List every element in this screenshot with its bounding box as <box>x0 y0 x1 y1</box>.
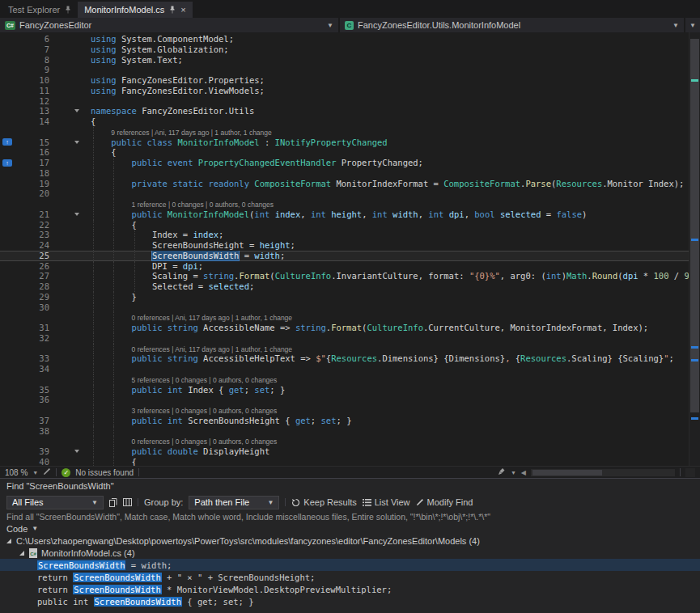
codelens-text[interactable]: 0 references | Ani, 117 days ago | 1 aut… <box>91 345 292 354</box>
project-dropdown[interactable]: C# FancyZonesEditor ▼ <box>0 18 338 32</box>
codelens-text[interactable]: 5 references | 0 changes | 0 authors, 0 … <box>91 375 277 385</box>
code-line[interactable]: 26DPI = dpi; <box>0 261 689 272</box>
horizontal-scrollbar[interactable] <box>531 469 675 476</box>
tab-test-explorer[interactable]: Test Explorer <box>2 2 78 18</box>
code-line[interactable]: 24ScreenBoundsHeight = height; <box>0 240 689 251</box>
scrollbar-thumb[interactable] <box>690 39 699 412</box>
code-line[interactable]: 35public int Index { get; set; } <box>0 385 689 395</box>
find-panel-header[interactable]: Find "ScreenBoundsWidth" <box>0 479 700 493</box>
files-filter-dropdown[interactable]: All Files ▼ <box>6 496 104 509</box>
code-line[interactable]: 33public string AccessibleHelpText => $"… <box>0 353 689 364</box>
collapse-chevron-icon[interactable] <box>74 109 79 112</box>
code-line[interactable]: 10using FancyZonesEditor.Properties; <box>0 75 689 86</box>
search-result-row[interactable]: public int ScreenBoundsWidth { get; set;… <box>0 595 700 607</box>
expander-icon[interactable] <box>6 539 11 543</box>
zoom-control[interactable]: 108 % <box>5 468 28 477</box>
collapse-chevron-icon[interactable] <box>74 141 79 144</box>
group-by-dropdown[interactable]: Path then File ▼ <box>189 496 279 509</box>
code-line[interactable]: 11using FancyZonesEditor.ViewModels; <box>0 86 689 96</box>
code-line[interactable]: 7using System.Globalization; <box>0 44 689 55</box>
code-line[interactable]: 9 <box>0 65 689 75</box>
modify-find-button[interactable]: Modify Find <box>416 497 473 507</box>
code-line[interactable]: 21public MonitorInfoModel(int index, int… <box>0 209 689 220</box>
code-line[interactable]: ↑15public class MonitorInfoModel : INoti… <box>0 137 689 148</box>
group-by-label: Group by: <box>144 497 183 507</box>
list-view-button[interactable]: List View <box>363 497 410 507</box>
code-line[interactable]: 8using System.Text; <box>0 55 689 66</box>
scrollbar-thumb[interactable] <box>532 470 602 476</box>
search-result-row[interactable]: return ScreenBoundsWidth + " × " + Scree… <box>0 571 700 583</box>
codelens-row[interactable]: 5 references | 0 changes | 0 authors, 0 … <box>0 374 689 385</box>
search-result-file-row[interactable]: C#MonitorInfoModel.cs (4) <box>0 547 700 559</box>
keep-results-button[interactable]: Keep Results <box>291 497 356 507</box>
pin-icon[interactable] <box>65 6 71 14</box>
expander-icon[interactable] <box>19 551 24 556</box>
code-filter-dropdown[interactable]: Code ▼ <box>0 522 700 535</box>
code-line[interactable]: 6using System.ComponentModel; <box>0 34 689 44</box>
scroll-left-icon[interactable]: ◀ <box>521 469 526 476</box>
code-line[interactable]: ↑17public event PropertyChangedEventHand… <box>0 158 689 168</box>
code-line[interactable]: 22{ <box>0 220 689 230</box>
codelens-text[interactable]: 0 references | Ani, 117 days ago | 1 aut… <box>91 313 292 323</box>
outline-margin <box>53 168 91 179</box>
collapse-chevron-icon[interactable] <box>74 450 79 453</box>
code-line[interactable]: 12 <box>0 96 689 107</box>
outline-margin <box>53 188 91 199</box>
glyph-margin <box>0 353 15 364</box>
member-dropdown[interactable]: ▼ <box>685 18 700 32</box>
codelens-row[interactable]: 3 references | 0 changes | 0 authors, 0 … <box>0 405 689 416</box>
close-icon[interactable]: × <box>180 6 185 15</box>
collapse-chevron-icon[interactable] <box>74 213 79 216</box>
codelens-text[interactable]: 9 references | Ani, 117 days ago | 1 aut… <box>91 128 272 137</box>
chevron-down-icon[interactable]: ▼ <box>511 470 516 476</box>
codelens-text[interactable]: 1 reference | 0 changes | 0 authors, 0 c… <box>91 200 274 209</box>
code-line[interactable]: 16{ <box>0 147 689 158</box>
document-health-indicator[interactable]: No issues found <box>75 468 134 477</box>
codelens-row[interactable]: 0 references | Ani, 117 days ago | 1 aut… <box>0 344 689 354</box>
code-line[interactable]: 25ScreenBoundsWidth = width; <box>0 251 689 261</box>
codelens-text[interactable]: 3 references | 0 changes | 0 authors, 0 … <box>91 406 277 416</box>
code-line[interactable]: 14{ <box>0 116 689 127</box>
search-result-path-row[interactable]: C:\Users\zhaopengwang\Desktop\powertoys\… <box>0 535 700 547</box>
code-line[interactable]: 23Index = index; <box>0 230 689 240</box>
type-dropdown[interactable]: C FancyZonesEditor.Utils.MonitorInfoMode… <box>340 18 684 32</box>
tab-monitorinfomodel[interactable]: MonitorInfoModel.cs × <box>78 2 192 18</box>
code-editor[interactable]: 6using System.ComponentModel;7using Syst… <box>0 32 700 466</box>
code-line[interactable]: 40{ <box>0 457 689 466</box>
code-line[interactable]: 30 <box>0 302 689 313</box>
pen-icon[interactable] <box>43 467 51 477</box>
code-line[interactable]: 28Selected = selected; <box>0 281 689 292</box>
inheritance-margin-icon[interactable]: ↑ <box>2 159 12 167</box>
code-line[interactable]: 29} <box>0 292 689 302</box>
code-line[interactable]: 27Scaling = string.Format(CultureInfo.In… <box>0 271 689 281</box>
chevron-down-icon: ▼ <box>32 525 38 532</box>
search-result-row[interactable]: return ScreenBoundsWidth * MonitorViewMo… <box>0 583 700 595</box>
search-result-row[interactable]: ScreenBoundsWidth = width; <box>0 559 700 571</box>
match-highlight: ScreenBoundsWidth <box>94 597 182 607</box>
code-line[interactable]: 36 <box>0 395 689 405</box>
inheritance-margin-icon[interactable]: ↑ <box>2 138 12 146</box>
code-line[interactable]: 39public double DisplayHeight <box>0 446 689 457</box>
codelens-text[interactable]: 0 references | 0 changes | 0 authors, 0 … <box>91 437 277 446</box>
pin-icon[interactable] <box>169 6 176 14</box>
code-line[interactable]: 31public string AccessibleName => string… <box>0 323 689 333</box>
codelens-row[interactable]: 0 references | 0 changes | 0 authors, 0 … <box>0 436 689 446</box>
code-line[interactable]: 20 <box>0 188 689 199</box>
vertical-scrollbar[interactable] <box>689 32 700 466</box>
indent-guide <box>93 333 94 344</box>
copy-icon[interactable] <box>109 498 117 507</box>
code-line[interactable]: 13namespace FancyZonesEditor.Utils <box>0 106 689 116</box>
chevron-down-icon[interactable]: ▼ <box>32 470 38 476</box>
code-line[interactable]: 19private static readonly CompositeForma… <box>0 179 689 189</box>
codelens-row[interactable]: 0 references | Ani, 117 days ago | 1 aut… <box>0 312 689 323</box>
columns-icon[interactable] <box>123 498 132 506</box>
codelens-row[interactable]: 9 references | Ani, 117 days ago | 1 aut… <box>0 127 689 137</box>
code-line[interactable]: 18 <box>0 168 689 179</box>
code-line[interactable]: 32 <box>0 333 689 344</box>
codelens-row[interactable]: 1 reference | 0 changes | 0 authors, 0 c… <box>0 199 689 209</box>
code-line[interactable]: 38 <box>0 426 689 437</box>
divider <box>680 468 681 476</box>
code-line[interactable]: 34 <box>0 364 689 374</box>
code-line[interactable]: 37public int ScreenBoundsHeight { get; s… <box>0 416 689 426</box>
code-cleanup-icon[interactable] <box>498 467 506 477</box>
